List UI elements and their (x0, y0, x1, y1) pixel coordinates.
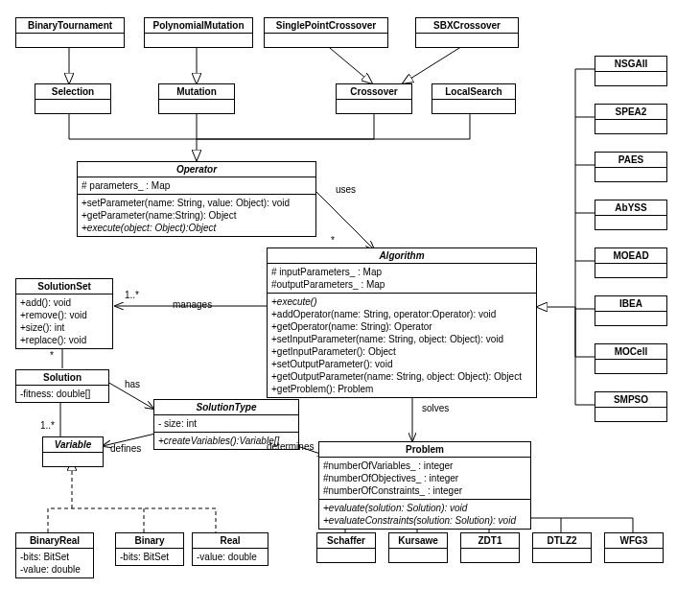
class-abyss: AbYSS (595, 200, 667, 230)
svg-line-2 (324, 43, 372, 83)
svg-line-5 (316, 192, 374, 249)
class-variable: Variable (42, 436, 104, 467)
class-spea2: SPEA2 (595, 104, 667, 134)
mult-star: * (331, 235, 335, 246)
class-mutation: Mutation (158, 83, 235, 114)
class-localsearch: LocalSearch (432, 83, 516, 114)
class-binary: Binary-bits: BitSet (115, 532, 184, 566)
svg-line-3 (403, 43, 467, 83)
label-manages: manages (173, 299, 212, 310)
label-has: has (125, 379, 140, 389)
class-problem: Problem #numberOfVariables_ : integer#nu… (318, 441, 531, 530)
class-sbxcrossover: SBXCrossover (415, 17, 519, 48)
class-smpso: SMPSO (595, 391, 667, 422)
class-kursawe: Kursawe (388, 532, 448, 563)
class-real: Real-value: double (192, 532, 268, 566)
label-solves: solves (422, 403, 449, 413)
class-solutionset: SolutionSet +add(): void+remove(): void+… (15, 278, 113, 349)
class-binaryreal: BinaryReal-bits: BitSet-value: double (15, 532, 94, 578)
class-paes: PAES (595, 152, 667, 182)
class-algorithm: Algorithm # inputParameters_ : Map#outpu… (267, 247, 537, 398)
class-schaffer: Schaffer (316, 532, 376, 563)
mult-star: * (50, 350, 54, 361)
mult-1n: 1..* (40, 420, 55, 431)
class-solution: Solution -fitness: double[] (15, 369, 109, 403)
class-moead: MOEAD (595, 247, 667, 278)
label-defines: defines (110, 443, 141, 454)
class-mocell: MOCell (595, 343, 667, 374)
class-dtlz2: DTLZ2 (532, 532, 592, 563)
class-ibea: IBEA (595, 295, 667, 326)
mult-1n: 1..* (125, 290, 139, 300)
class-binarytournament: BinaryTournament (15, 17, 125, 48)
class-operator: Operator # parameters_ : Map +setParamet… (77, 161, 316, 237)
class-nsgaii: NSGAII (595, 56, 667, 86)
class-crossover: Crossover (336, 83, 412, 114)
class-wfg3: WFG3 (604, 532, 664, 563)
class-singlepointcrossover: SinglePointCrossover (264, 17, 388, 48)
class-selection: Selection (35, 83, 111, 114)
label-determines: determines (267, 441, 314, 452)
label-uses: uses (336, 184, 356, 195)
class-zdt1: ZDT1 (460, 532, 520, 563)
class-polynomialmutation: PolynomialMutation (144, 17, 253, 48)
